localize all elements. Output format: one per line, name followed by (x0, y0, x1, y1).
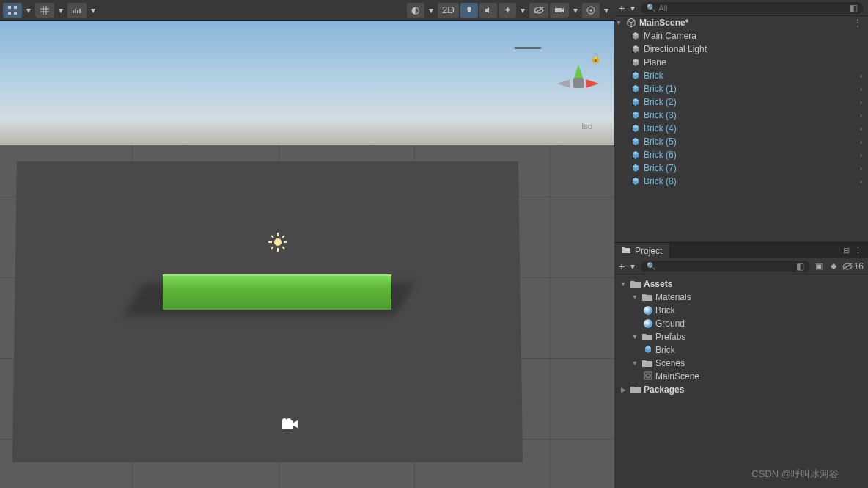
dropdown-icon[interactable]: ▾ (570, 5, 581, 15)
prefab-icon (630, 110, 641, 120)
scene-viewport[interactable]: 🔓 Iso (0, 21, 614, 488)
asset-label: Ground (655, 318, 685, 329)
hierarchy-item[interactable]: Main Camera (614, 29, 868, 43)
snap-increment-button[interactable] (67, 3, 87, 18)
chevron-right-icon[interactable]: › (860, 85, 868, 93)
grid-toggle-button[interactable] (35, 3, 54, 18)
scene-row[interactable]: ▼ MainScene* ⋮ (614, 16, 868, 29)
gizmos-button[interactable] (582, 3, 600, 18)
dropdown-icon[interactable]: ▾ (88, 5, 98, 15)
dropdown-icon[interactable]: ▾ (628, 3, 638, 13)
prefab-icon (630, 150, 641, 160)
hierarchy-search-input[interactable] (658, 4, 847, 12)
foldout-icon[interactable]: ▼ (614, 19, 623, 26)
filter-by-label-icon[interactable]: ◆ (828, 261, 839, 271)
search-filter-icon[interactable]: ◧ (850, 3, 858, 13)
packages-folder[interactable]: ▶ Packages (614, 383, 868, 396)
hierarchy-item[interactable]: Plane (614, 56, 868, 69)
foldout-icon[interactable]: ▼ (630, 360, 639, 367)
foldout-icon[interactable]: ▼ (619, 280, 628, 288)
dropdown-icon[interactable]: ▾ (23, 5, 34, 15)
2d-toggle-button[interactable]: 2D (438, 3, 459, 18)
dropdown-icon[interactable]: ▾ (628, 261, 638, 272)
chevron-right-icon[interactable]: › (860, 178, 868, 186)
assets-folder[interactable]: ▼ Assets (614, 277, 868, 291)
z-axis-cone[interactable] (557, 79, 570, 88)
lighting-toggle-button[interactable] (460, 3, 478, 18)
svg-line-15 (282, 236, 284, 238)
hierarchy-item[interactable]: Brick (7)› (614, 161, 868, 175)
hidden-count[interactable]: 16 (842, 261, 864, 272)
x-axis-cone[interactable] (586, 79, 599, 88)
hierarchy-search[interactable]: 🔍 ◧ (641, 2, 864, 14)
chevron-right-icon[interactable]: › (860, 72, 868, 80)
foldout-icon[interactable]: ▼ (630, 333, 639, 340)
scenes-folder[interactable]: ▼ Scenes (614, 357, 868, 370)
material-item[interactable]: Brick (614, 304, 868, 317)
dropdown-icon[interactable]: ▾ (518, 5, 528, 15)
chevron-right-icon[interactable]: › (860, 98, 868, 106)
dropdown-icon[interactable]: ▾ (601, 5, 611, 15)
search-filter-icon[interactable]: ◧ (796, 261, 804, 272)
fx-toggle-button[interactable]: ✦ (499, 3, 516, 18)
prefab-item[interactable]: Brick (614, 343, 868, 357)
hierarchy-item-label: Brick (3) (644, 110, 857, 120)
hierarchy-item[interactable]: Brick (3)› (614, 109, 868, 122)
light-gizmo-icon[interactable] (267, 231, 289, 253)
y-axis-cone[interactable] (574, 65, 583, 78)
project-search-input[interactable] (658, 262, 792, 271)
hierarchy-item[interactable]: Brick (4)› (614, 122, 868, 135)
grid-snap-button[interactable] (3, 3, 22, 18)
lock-icon[interactable]: ⊟ (843, 246, 850, 255)
drag-handle-icon[interactable] (515, 47, 541, 49)
material-item[interactable]: Ground (614, 317, 868, 330)
audio-toggle-button[interactable] (479, 3, 497, 18)
foldout-icon[interactable]: ▶ (619, 386, 628, 393)
shading-mode-button[interactable]: ◐ (407, 3, 424, 18)
hierarchy-item[interactable]: Brick (6)› (614, 148, 868, 161)
chevron-right-icon[interactable]: › (860, 164, 868, 172)
chevron-right-icon[interactable]: › (860, 112, 868, 120)
prefabs-folder[interactable]: ▼ Prefabs (614, 330, 868, 343)
prefab-icon (644, 345, 652, 356)
hierarchy-item-label: Brick (2) (644, 97, 857, 107)
gameobject-icon (630, 31, 641, 41)
project-search[interactable]: 🔍 ◧ (641, 261, 809, 272)
brick-object[interactable] (163, 274, 391, 310)
grid-line (550, 145, 551, 488)
projection-label[interactable]: Iso (581, 122, 592, 131)
svg-rect-3 (14, 12, 17, 15)
scene-menu-icon[interactable]: ⋮ (853, 18, 868, 28)
filter-by-type-icon[interactable]: ▣ (813, 261, 825, 271)
dropdown-icon[interactable]: ▾ (426, 5, 436, 15)
foldout-icon[interactable]: ▼ (630, 294, 639, 301)
svg-rect-2 (14, 6, 17, 9)
svg-rect-1 (8, 12, 11, 15)
camera-settings-button[interactable] (550, 3, 569, 18)
hierarchy-item[interactable]: Brick (1)› (614, 82, 868, 95)
dropdown-icon[interactable]: ▾ (56, 5, 66, 15)
hierarchy-toolbar: + ▾ 🔍 ◧ (614, 0, 868, 16)
orientation-gizmo[interactable] (553, 57, 604, 109)
chevron-right-icon[interactable]: › (860, 125, 868, 133)
chevron-right-icon[interactable]: › (860, 138, 868, 146)
hierarchy-item[interactable]: Directional Light (614, 43, 868, 56)
create-button[interactable]: + (619, 2, 625, 14)
svg-point-18 (287, 418, 291, 423)
hierarchy-item-label: Plane (644, 57, 868, 68)
create-asset-button[interactable]: + (619, 261, 625, 272)
scene-toolbar: ▾ ▾ ▾ ◐ ▾ 2D ✦ ▾ ▾ (0, 0, 614, 21)
hierarchy-item[interactable]: Brick (2)› (614, 95, 868, 109)
camera-gizmo-icon[interactable] (279, 417, 301, 431)
tab-menu-icon[interactable]: ⋮ (854, 246, 862, 255)
chevron-right-icon[interactable]: › (860, 151, 868, 159)
svg-line-14 (271, 247, 273, 249)
project-tab[interactable]: Project (614, 243, 670, 258)
hierarchy-item[interactable]: Brick (8)› (614, 175, 868, 188)
hierarchy-item[interactable]: Brick (5)› (614, 135, 868, 148)
materials-folder[interactable]: ▼ Materials (614, 291, 868, 304)
scene-file-item[interactable]: MainScene (614, 370, 868, 383)
hierarchy-item-label: Main Camera (644, 31, 868, 41)
visibility-toggle-button[interactable] (529, 3, 548, 18)
hierarchy-item[interactable]: Brick› (614, 69, 868, 82)
